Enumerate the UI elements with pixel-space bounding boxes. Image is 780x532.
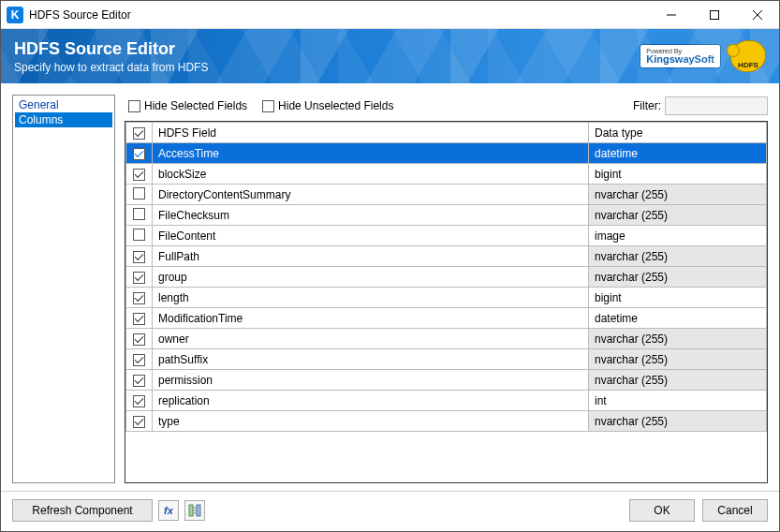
hide-unselected-box-icon bbox=[262, 100, 274, 112]
header-data-type[interactable]: Data type bbox=[589, 123, 767, 143]
refresh-component-button[interactable]: Refresh Component bbox=[12, 499, 153, 522]
checkbox-icon bbox=[133, 272, 145, 284]
table-row[interactable]: groupnvarchar (255) bbox=[126, 267, 767, 288]
data-type-cell[interactable]: bigint bbox=[589, 288, 767, 308]
checkbox-icon bbox=[133, 395, 145, 407]
table-row[interactable]: pathSuffixnvarchar (255) bbox=[126, 349, 767, 370]
data-type-cell: nvarchar (255) bbox=[589, 349, 767, 370]
field-name-cell[interactable]: group bbox=[153, 267, 589, 288]
checkbox-icon bbox=[133, 148, 145, 160]
row-checkbox[interactable] bbox=[126, 205, 153, 226]
checkbox-icon bbox=[133, 313, 145, 325]
row-checkbox[interactable] bbox=[126, 370, 153, 391]
table-row[interactable]: replicationint bbox=[126, 391, 767, 411]
field-name-cell[interactable]: type bbox=[153, 411, 589, 432]
data-type-cell: nvarchar (255) bbox=[589, 411, 767, 432]
row-checkbox[interactable] bbox=[126, 185, 153, 205]
sidebar-item-general[interactable]: General bbox=[15, 97, 112, 112]
data-type-cell[interactable]: int bbox=[589, 391, 767, 411]
data-type-cell[interactable]: bigint bbox=[589, 164, 767, 185]
sidebar-item-columns[interactable]: Columns bbox=[15, 112, 112, 127]
ok-button[interactable]: OK bbox=[629, 499, 695, 522]
checkbox-icon bbox=[133, 229, 145, 241]
data-type-cell: nvarchar (255) bbox=[589, 205, 767, 226]
table-row[interactable]: blockSizebigint bbox=[126, 164, 767, 185]
hide-selected-box-icon bbox=[128, 100, 140, 112]
hide-selected-checkbox[interactable]: Hide Selected Fields bbox=[128, 99, 247, 112]
table-row[interactable]: DirectoryContentSummarynvarchar (255) bbox=[126, 185, 767, 205]
data-type-cell[interactable]: image bbox=[589, 226, 767, 246]
data-type-cell: nvarchar (255) bbox=[589, 246, 767, 267]
data-type-cell: nvarchar (255) bbox=[589, 329, 767, 349]
field-name-cell[interactable]: FileChecksum bbox=[153, 205, 589, 226]
minimize-button[interactable] bbox=[650, 1, 693, 29]
row-checkbox[interactable] bbox=[126, 226, 153, 246]
row-checkbox[interactable] bbox=[126, 288, 153, 308]
row-checkbox[interactable] bbox=[126, 267, 153, 288]
field-name-cell[interactable]: blockSize bbox=[153, 164, 589, 185]
hide-unselected-checkbox[interactable]: Hide Unselected Fields bbox=[262, 99, 393, 112]
field-name-cell[interactable]: length bbox=[153, 288, 589, 308]
footer: Refresh Component fx OK Cancel bbox=[1, 491, 779, 531]
row-checkbox[interactable] bbox=[126, 308, 153, 329]
field-name-cell[interactable]: replication bbox=[153, 391, 589, 411]
maximize-icon bbox=[710, 10, 719, 20]
table-row[interactable]: ownernvarchar (255) bbox=[126, 329, 767, 349]
row-checkbox[interactable] bbox=[126, 143, 153, 164]
row-checkbox[interactable] bbox=[126, 349, 153, 370]
field-name-cell[interactable]: FullPath bbox=[153, 246, 589, 267]
field-name-cell[interactable]: permission bbox=[153, 370, 589, 391]
close-button[interactable] bbox=[736, 1, 779, 29]
data-type-cell[interactable]: datetime bbox=[589, 308, 767, 329]
data-type-cell: nvarchar (255) bbox=[589, 267, 767, 288]
field-name-cell[interactable]: AccessTime bbox=[153, 143, 589, 164]
row-checkbox[interactable] bbox=[126, 391, 153, 411]
table-row[interactable]: lengthbigint bbox=[126, 288, 767, 308]
cancel-button[interactable]: Cancel bbox=[702, 499, 768, 522]
field-name-cell[interactable]: pathSuffix bbox=[153, 349, 589, 370]
checkbox-icon bbox=[133, 169, 145, 181]
sidebar: General Columns bbox=[12, 95, 115, 483]
row-checkbox[interactable] bbox=[126, 329, 153, 349]
banner: HDFS Source Editor Specify how to extrac… bbox=[1, 29, 779, 83]
table-row[interactable]: FileChecksumnvarchar (255) bbox=[126, 205, 767, 226]
table-row[interactable]: ModificationTimedatetime bbox=[126, 308, 767, 329]
titlebar: K HDFS Source Editor bbox=[1, 1, 779, 29]
data-type-cell: nvarchar (255) bbox=[589, 185, 767, 205]
table-row[interactable]: FileContentimage bbox=[126, 226, 767, 246]
columns-toolbar: Hide Selected Fields Hide Unselected Fie… bbox=[125, 95, 768, 121]
row-checkbox[interactable] bbox=[126, 246, 153, 267]
content-area: General Columns Hide Selected Fields Hid… bbox=[1, 83, 779, 491]
field-name-cell[interactable]: DirectoryContentSummary bbox=[153, 185, 589, 205]
hide-unselected-label: Hide Unselected Fields bbox=[278, 99, 393, 112]
table-row[interactable]: typenvarchar (255) bbox=[126, 411, 767, 432]
checkbox-icon bbox=[133, 375, 145, 387]
header-hdfs-field[interactable]: HDFS Field bbox=[153, 123, 589, 143]
table-row[interactable]: FullPathnvarchar (255) bbox=[126, 246, 767, 267]
kingswaysoft-logo: Powered By KingswaySoft bbox=[640, 44, 721, 68]
field-name-cell[interactable]: ModificationTime bbox=[153, 308, 589, 329]
field-name-cell[interactable]: FileContent bbox=[153, 226, 589, 246]
table-row[interactable]: permissionnvarchar (255) bbox=[126, 370, 767, 391]
column-mapping-icon bbox=[188, 504, 201, 517]
close-icon bbox=[753, 10, 762, 20]
svg-rect-5 bbox=[197, 505, 200, 516]
field-name-cell[interactable]: owner bbox=[153, 329, 589, 349]
table-row[interactable]: AccessTimedatetime bbox=[126, 143, 767, 164]
data-type-cell: nvarchar (255) bbox=[589, 370, 767, 391]
app-icon: K bbox=[7, 7, 23, 23]
filter-input[interactable] bbox=[665, 96, 768, 115]
column-mapping-button[interactable] bbox=[184, 500, 205, 521]
svg-rect-1 bbox=[711, 10, 719, 19]
maximize-button[interactable] bbox=[693, 1, 736, 29]
select-all-checkbox[interactable] bbox=[126, 123, 153, 143]
checkbox-icon bbox=[133, 354, 145, 366]
row-checkbox[interactable] bbox=[126, 164, 153, 185]
expression-button[interactable]: fx bbox=[158, 500, 179, 521]
fields-grid[interactable]: HDFS Field Data type AccessTimedatetimeb… bbox=[125, 121, 768, 483]
checkbox-icon bbox=[133, 292, 145, 304]
data-type-cell[interactable]: datetime bbox=[589, 143, 767, 164]
window-title: HDFS Source Editor bbox=[29, 8, 131, 22]
row-checkbox[interactable] bbox=[126, 411, 153, 432]
kingswaysoft-name: KingswaySoft bbox=[646, 54, 714, 65]
